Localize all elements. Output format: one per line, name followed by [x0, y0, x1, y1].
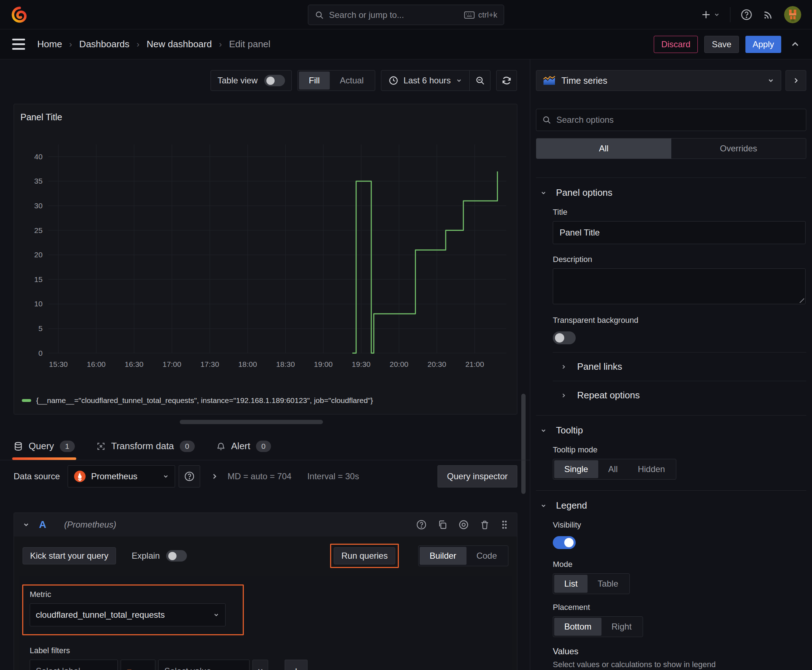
legend-placement-segment: BottomRight: [553, 616, 643, 637]
grafana-logo-icon[interactable]: [11, 6, 28, 23]
chevron-down-icon[interactable]: [22, 521, 30, 528]
refresh-icon[interactable]: [496, 70, 517, 91]
remove-filter-icon[interactable]: ×: [253, 660, 268, 670]
menu-hamburger-icon[interactable]: [12, 39, 25, 50]
metric-label: Metric: [30, 590, 225, 599]
y-tick-label: 10: [34, 299, 42, 308]
search-icon: [315, 10, 324, 20]
news-rss-icon[interactable]: [763, 9, 774, 20]
segment-bottom[interactable]: Bottom: [554, 618, 602, 636]
duplicate-query-icon[interactable]: [437, 520, 448, 530]
tab-alert[interactable]: Alert 0: [216, 432, 271, 460]
segment-right[interactable]: Right: [602, 618, 642, 636]
time-series-chart[interactable]: 051015202530354015:3016:0016:3017:0017:3…: [20, 135, 510, 371]
segment-builder[interactable]: Builder: [420, 547, 466, 565]
breadcrumb-item-home[interactable]: Home: [37, 39, 62, 50]
save-button[interactable]: Save: [704, 36, 739, 53]
segment-all[interactable]: All: [536, 139, 671, 159]
legend-visibility-toggle[interactable]: [553, 536, 576, 549]
transform-icon: [96, 442, 106, 451]
x-tick-label: 17:30: [200, 360, 219, 368]
explain-toggle[interactable]: [166, 550, 187, 562]
x-tick-label: 19:30: [352, 360, 371, 368]
apply-button[interactable]: Apply: [746, 36, 781, 53]
datasource-help-icon[interactable]: [179, 465, 200, 487]
segment-hidden[interactable]: Hidden: [627, 460, 675, 478]
x-tick-label: 15:30: [49, 360, 68, 368]
datasource-row: Data source Prometheus MD = auto = 704 I…: [14, 465, 517, 487]
visualization-value: Time series: [561, 76, 607, 86]
title-label: Title: [553, 208, 806, 217]
segment-table[interactable]: Table: [588, 575, 628, 593]
zoom-out-icon[interactable]: [470, 71, 490, 91]
select-label-dropdown[interactable]: Select label: [30, 660, 118, 670]
legend-title: Legend: [556, 500, 587, 511]
operator-dropdown[interactable]: =: [120, 660, 155, 670]
trash-icon[interactable]: [480, 520, 490, 530]
query-help-icon[interactable]: [416, 519, 427, 530]
transparent-background-toggle[interactable]: [553, 332, 576, 344]
collapse-options-pane-icon[interactable]: [785, 70, 806, 91]
keyboard-icon: [464, 11, 475, 19]
segment-code[interactable]: Code: [466, 547, 507, 565]
select-value-placeholder: Select value: [164, 666, 211, 670]
panel-edit-main: Table view FillActual Last 6 hours: [0, 59, 530, 670]
tab-transform-data[interactable]: Transform data 0: [96, 432, 195, 460]
search-options-input[interactable]: Search options: [536, 109, 806, 131]
query-row-header[interactable]: A (Prometheus): [14, 513, 517, 536]
query-inspector-button[interactable]: Query inspector: [437, 465, 517, 487]
chart-legend[interactable]: {__name__="cloudflared_tunnel_total_requ…: [22, 396, 373, 405]
run-queries-button[interactable]: Run queries: [334, 547, 395, 564]
panel-title[interactable]: Panel Title: [20, 112, 62, 122]
select-value-dropdown[interactable]: Select value: [158, 660, 249, 670]
drag-handle-icon[interactable]: [500, 519, 509, 530]
section-panel-options: Panel options Title Panel Title Descript…: [536, 178, 806, 409]
segment-all[interactable]: All: [598, 460, 628, 478]
nav-bar: Home›Dashboards›New dashboard›Edit panel…: [0, 29, 812, 59]
splitter-drag-handle[interactable]: [180, 420, 323, 424]
table-view-toggle[interactable]: [264, 75, 285, 86]
panel-links-row[interactable]: Panel links: [553, 352, 806, 381]
legend-header[interactable]: Legend: [536, 500, 806, 511]
add-filter-button[interactable]: +: [285, 660, 308, 670]
panel-options-header[interactable]: Panel options: [536, 187, 806, 198]
y-tick-label: 25: [34, 226, 42, 234]
panel-title-input[interactable]: Panel Title: [553, 221, 805, 244]
query-ref-id: A: [39, 519, 46, 530]
legend-mode-segment: ListTable: [553, 574, 630, 594]
discard-button[interactable]: Discard: [654, 36, 698, 53]
chevron-right-icon: [561, 364, 566, 370]
segment-overrides[interactable]: Overrides: [671, 139, 806, 159]
fill-actual-segment: FillActual: [298, 70, 375, 91]
chevron-right-icon[interactable]: [211, 473, 218, 480]
time-range-picker[interactable]: Last 6 hours: [381, 71, 470, 91]
datasource-value: Prometheus: [91, 471, 137, 481]
tooltip-mode-field: Tooltip mode SingleAllHidden: [553, 445, 806, 480]
tab-query[interactable]: Query 1: [14, 432, 75, 460]
repeat-options-row[interactable]: Repeat options: [553, 381, 806, 409]
query-tabbar: Query 1 Transform data 0 Alert 0: [0, 432, 530, 460]
segment-single[interactable]: Single: [554, 460, 598, 478]
global-search-input[interactable]: Search or jump to... ctrl+k: [308, 5, 504, 25]
segment-actual[interactable]: Actual: [330, 71, 374, 90]
help-icon[interactable]: [741, 8, 753, 21]
add-new-button[interactable]: [701, 9, 720, 20]
breadcrumb-item-dashboards[interactable]: Dashboards: [79, 39, 129, 50]
segment-fill[interactable]: Fill: [299, 71, 330, 90]
breadcrumb-item-new-dashboard[interactable]: New dashboard: [147, 39, 212, 50]
user-avatar[interactable]: [784, 6, 801, 23]
visualization-select[interactable]: Time series: [536, 70, 781, 91]
datasource-select[interactable]: Prometheus: [68, 465, 175, 487]
interval: Interval = 30s: [307, 471, 359, 481]
x-tick-label: 18:30: [276, 360, 295, 368]
chevron-down-icon: [540, 503, 547, 509]
kick-start-query-button[interactable]: Kick start your query: [22, 547, 116, 564]
chevron-up-icon[interactable]: [790, 40, 800, 49]
metric-annotation-box: Metric cloudflared_tunnel_total_requests: [22, 584, 244, 635]
tooltip-header[interactable]: Tooltip: [536, 425, 806, 436]
eye-icon[interactable]: [458, 519, 469, 530]
description-textarea[interactable]: [553, 269, 805, 304]
tab-transform-count: 0: [180, 441, 195, 452]
metric-select[interactable]: cloudflared_tunnel_total_requests: [30, 604, 225, 626]
segment-list[interactable]: List: [554, 575, 588, 593]
